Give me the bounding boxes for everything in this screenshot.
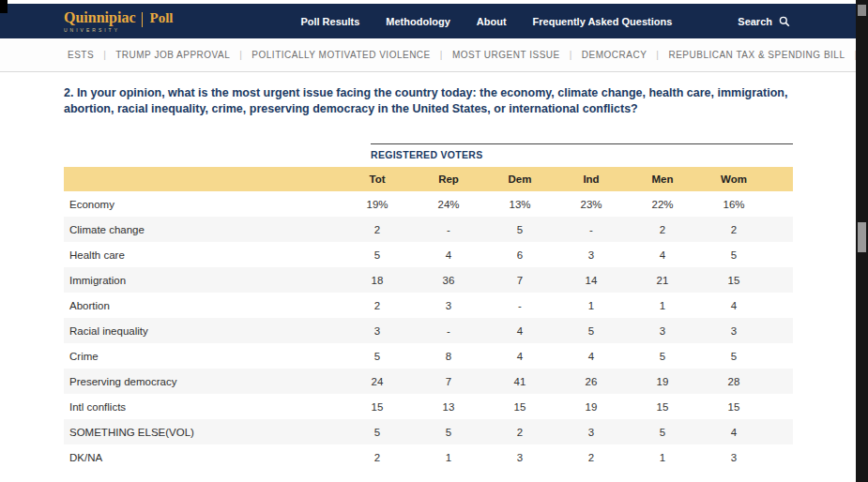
- row-value: 5: [627, 351, 698, 362]
- tab-item[interactable]: REPUBLICAN TAX & SPENDING BILL: [668, 50, 845, 60]
- row-value: 2: [556, 452, 627, 463]
- tab-separator: |: [440, 50, 443, 60]
- row-label: Preserving democracy: [64, 376, 342, 387]
- row-value: 23%: [556, 199, 627, 210]
- row-value: 4: [698, 427, 769, 438]
- row-value: 3: [484, 452, 556, 463]
- row-value: 4: [484, 351, 556, 362]
- window-corner: [0, 0, 8, 13]
- scrollbar-track[interactable]: [856, 0, 868, 482]
- poll-tabbar: ESTS|TRUMP JOB APPROVAL|POLITICALLY MOTI…: [0, 38, 856, 72]
- tab-separator: |: [239, 50, 242, 60]
- row-label: SOMETHING ELSE(VOL): [64, 427, 342, 438]
- nav-item-about[interactable]: About: [477, 16, 507, 27]
- row-value: 13%: [484, 199, 556, 210]
- row-value: 14: [556, 275, 627, 286]
- row-value: 4: [413, 249, 484, 261]
- row-value: 2: [698, 224, 769, 235]
- row-value: 24%: [413, 199, 484, 210]
- row-value: 2: [342, 452, 413, 463]
- row-value: 16%: [698, 199, 769, 210]
- question-text: 2. In your opinion, what is the most urg…: [64, 85, 792, 117]
- row-value: 5: [556, 325, 627, 337]
- row-value: 1: [556, 300, 627, 311]
- tab-item[interactable]: ESTS: [68, 50, 94, 60]
- column-header: Dem: [484, 173, 556, 185]
- tab-item[interactable]: TRUMP JOB APPROVAL: [115, 50, 230, 60]
- column-header: Ind: [556, 173, 627, 185]
- quinnipiac-logo[interactable]: Quinnipiac UNIVERSITY Poll: [64, 10, 173, 33]
- tab-item[interactable]: DEMOCRACY: [582, 50, 647, 60]
- logo-poll-label: Poll: [149, 10, 173, 26]
- row-value: 18: [342, 275, 413, 286]
- scrollbar-thumb[interactable]: [858, 222, 866, 252]
- row-value: 19%: [342, 199, 413, 210]
- column-header: Men: [627, 173, 698, 185]
- table-row: Preserving democracy24741261928: [64, 369, 793, 394]
- table-body: Economy19%24%13%23%22%16%Climate change2…: [64, 191, 793, 470]
- row-value: 2: [342, 224, 413, 235]
- tab-separator: |: [656, 50, 659, 60]
- row-value: 26: [556, 376, 627, 387]
- row-value: 3: [413, 300, 484, 311]
- row-value: -: [413, 224, 484, 235]
- table-row: Crime584455: [64, 343, 793, 369]
- row-value: 3: [627, 325, 698, 337]
- row-label: Immigration: [64, 275, 342, 286]
- table-row: DK/NA213213: [64, 444, 793, 470]
- row-label: Health care: [64, 249, 342, 261]
- row-value: 5: [342, 351, 413, 362]
- row-value: 15: [698, 275, 769, 286]
- row-value: 19: [556, 401, 627, 413]
- table-row: Climate change2-5-22: [64, 217, 793, 242]
- nav-item-methodology[interactable]: Methodology: [386, 16, 449, 27]
- row-label: Climate change: [64, 224, 342, 235]
- table-header-row: TotRepDemIndMenWom: [64, 167, 793, 191]
- logo-university-name: Quinnipiac: [64, 10, 135, 25]
- table-row: Abortion23-114: [64, 293, 793, 318]
- nav-item-poll-results[interactable]: Poll Results: [300, 16, 359, 27]
- logo-university-sub: UNIVERSITY: [64, 27, 135, 33]
- row-value: 15: [698, 401, 769, 413]
- row-value: 3: [698, 325, 769, 337]
- row-value: 15: [627, 401, 698, 413]
- row-value: 5: [484, 224, 556, 235]
- scrollbar-top-segment[interactable]: [858, 5, 866, 16]
- row-value: 2: [627, 224, 698, 235]
- row-value: 7: [413, 376, 484, 387]
- row-value: 4: [698, 300, 769, 311]
- tab-item[interactable]: MOST URGENT ISSUE: [452, 50, 560, 60]
- row-value: 3: [556, 249, 627, 261]
- row-value: 5: [627, 427, 698, 438]
- row-label: Crime: [64, 351, 342, 362]
- nav-item-frequently-asked-questions[interactable]: Frequently Asked Questions: [533, 16, 673, 27]
- search-label: Search: [738, 16, 772, 27]
- row-value: 6: [484, 249, 556, 261]
- search-icon: [779, 16, 790, 27]
- row-value: 21: [627, 275, 698, 286]
- row-value: 19: [627, 376, 698, 387]
- search-button[interactable]: Search: [738, 16, 790, 27]
- row-value: 4: [627, 249, 698, 261]
- row-value: 5: [342, 427, 413, 438]
- row-value: 24: [342, 376, 413, 387]
- row-value: 1: [627, 452, 698, 463]
- table-row: Immigration18367142115: [64, 267, 793, 293]
- table-row: Racial inequality3-4533: [64, 318, 793, 343]
- row-value: 15: [342, 401, 413, 413]
- column-header: Rep: [413, 173, 484, 185]
- row-value: 5: [342, 249, 413, 261]
- row-value: 41: [484, 376, 556, 387]
- row-value: 1: [413, 452, 484, 463]
- table-row: Intl conflicts151315191515: [64, 394, 793, 419]
- logo-wordmark: Quinnipiac UNIVERSITY: [64, 10, 135, 33]
- row-value: 3: [556, 427, 627, 438]
- row-value: 5: [698, 351, 769, 362]
- row-value: 22%: [627, 199, 698, 210]
- column-header: Tot: [342, 173, 413, 185]
- tab-item[interactable]: POLITICALLY MOTIVATED VIOLENCE: [251, 50, 430, 60]
- registered-voters-header: REGISTERED VOTERS: [371, 143, 793, 160]
- tab-separator: |: [103, 50, 106, 60]
- row-value: 5: [698, 249, 769, 261]
- row-label: Intl conflicts: [64, 401, 342, 413]
